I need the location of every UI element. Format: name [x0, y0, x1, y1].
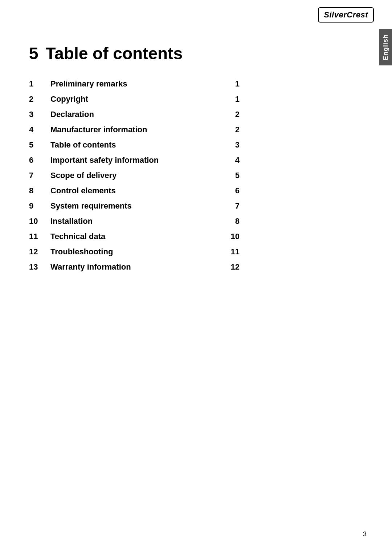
toc-item-num: 5: [29, 137, 49, 153]
toc-item-num: 13: [29, 259, 49, 275]
toc-item-title: Scope of delivery: [49, 168, 218, 183]
toc-row: 1Preliminary remarks1: [29, 76, 240, 92]
toc-item-num: 4: [29, 122, 49, 137]
toc-item-title: Manufacturer information: [49, 122, 218, 137]
toc-item-num: 9: [29, 198, 49, 214]
toc-item-page: 10: [218, 229, 240, 244]
toc-item-title: Troubleshooting: [49, 244, 218, 259]
toc-row: 13Warranty information12: [29, 259, 240, 275]
page-heading: 5Table of contents: [29, 44, 352, 63]
toc-item-page: 12: [218, 259, 240, 275]
toc-item-num: 3: [29, 107, 49, 122]
toc-item-page: 5: [218, 168, 240, 183]
toc-item-num: 10: [29, 214, 49, 229]
toc-row: 5Table of contents3: [29, 137, 240, 153]
heading-chapter-num: 5: [29, 44, 38, 63]
toc-row: 11Technical data10: [29, 229, 240, 244]
toc-item-title: Declaration: [49, 107, 218, 122]
logo-container: SilverCrest: [318, 7, 374, 23]
toc-item-page: 3: [218, 137, 240, 153]
toc-row: 10Installation8: [29, 214, 240, 229]
toc-item-title: Preliminary remarks: [49, 76, 218, 92]
toc-item-title: Important safety information: [49, 153, 218, 168]
toc-item-page: 6: [218, 183, 240, 198]
toc-table: 1Preliminary remarks12Copyright13Declara…: [29, 76, 240, 275]
toc-row: 3Declaration2: [29, 107, 240, 122]
toc-row: 9System requirements7: [29, 198, 240, 214]
toc-item-num: 11: [29, 229, 49, 244]
toc-row: 12Troubleshooting11: [29, 244, 240, 259]
heading-title: Table of contents: [46, 44, 183, 63]
toc-item-page: 7: [218, 198, 240, 214]
language-tab-label: English: [382, 34, 389, 60]
toc-item-page: 2: [218, 107, 240, 122]
toc-item-page: 11: [218, 244, 240, 259]
logo-box: SilverCrest: [318, 7, 374, 23]
toc-row: 8Control elements6: [29, 183, 240, 198]
toc-row: 2Copyright1: [29, 92, 240, 107]
toc-item-title: Control elements: [49, 183, 218, 198]
toc-item-page: 4: [218, 153, 240, 168]
toc-item-title: Technical data: [49, 229, 218, 244]
toc-row: 6Important safety information4: [29, 153, 240, 168]
toc-item-page: 2: [218, 122, 240, 137]
toc-item-title: Installation: [49, 214, 218, 229]
main-content: 5Table of contents 1Preliminary remarks1…: [0, 0, 377, 549]
toc-item-title: Warranty information: [49, 259, 218, 275]
toc-item-page: 1: [218, 92, 240, 107]
toc-item-title: Copyright: [49, 92, 218, 107]
logo-text: SilverCrest: [324, 10, 368, 19]
toc-row: 4Manufacturer information2: [29, 122, 240, 137]
toc-item-title: System requirements: [49, 198, 218, 214]
toc-item-num: 8: [29, 183, 49, 198]
toc-row: 7Scope of delivery5: [29, 168, 240, 183]
toc-item-num: 12: [29, 244, 49, 259]
page-number: 3: [363, 530, 367, 538]
toc-item-page: 8: [218, 214, 240, 229]
toc-item-num: 2: [29, 92, 49, 107]
language-tab: English: [379, 29, 392, 65]
toc-item-num: 6: [29, 153, 49, 168]
toc-item-num: 1: [29, 76, 49, 92]
toc-item-num: 7: [29, 168, 49, 183]
toc-item-title: Table of contents: [49, 137, 218, 153]
toc-item-page: 1: [218, 76, 240, 92]
